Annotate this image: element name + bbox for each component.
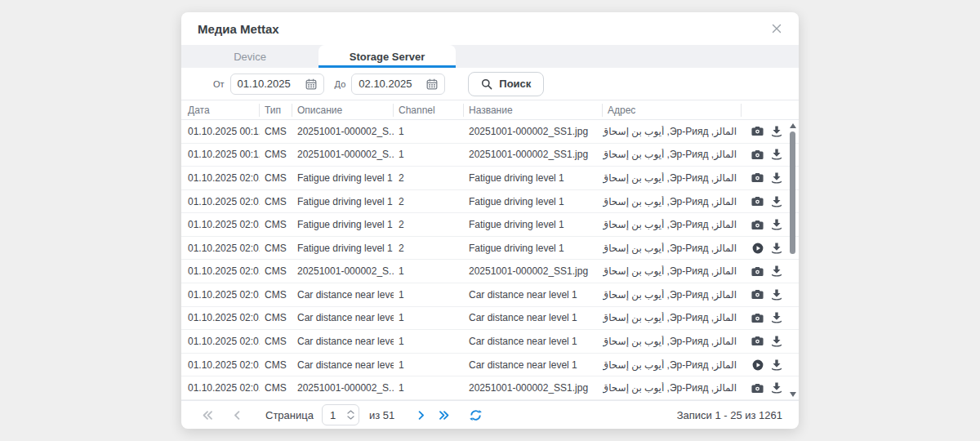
download-icon[interactable] <box>771 382 782 394</box>
cell-address: المالز, Эр-Рияд, أيوب بن إسحاق, ة... <box>603 219 742 230</box>
tab-storage-server[interactable]: Storage Server <box>318 45 456 68</box>
column-header-description[interactable]: Описание <box>292 104 394 117</box>
download-icon[interactable] <box>771 336 782 347</box>
download-icon[interactable] <box>771 149 782 160</box>
scrollbar-down-arrow-icon[interactable] <box>790 392 796 397</box>
cell-channel: 1 <box>394 126 464 137</box>
cell-actions <box>742 219 787 230</box>
refresh-icon[interactable] <box>470 409 482 421</box>
first-page-button[interactable] <box>202 410 213 421</box>
search-button-label: Поиск <box>499 78 531 90</box>
date-to-label: До <box>335 79 346 89</box>
calendar-icon[interactable] <box>426 78 438 90</box>
camera-icon[interactable] <box>751 289 764 300</box>
cell-description: Car distance near level 1 <box>292 312 394 323</box>
download-icon[interactable] <box>771 126 782 137</box>
cell-address: المالز, Эр-Рияд, أيوب بن إسحاق, ة... <box>603 312 742 323</box>
date-from-label: От <box>213 79 225 89</box>
cell-name: Car distance near level 1 <box>464 289 603 301</box>
table-row[interactable]: 01.10.2025 02:0... CMS Fatigue driving l… <box>181 167 799 190</box>
column-header-date[interactable]: Дата <box>181 104 260 117</box>
table-row[interactable]: 01.10.2025 02:0... CMS Car distance near… <box>181 354 799 377</box>
scrollbar-thumb[interactable] <box>790 131 795 254</box>
pagination-bar: Страница 1 из 51 <box>181 400 799 429</box>
column-header-type[interactable]: Тип <box>260 104 292 117</box>
cell-type: CMS <box>260 243 292 254</box>
spinner-down-icon[interactable] <box>347 416 354 420</box>
cell-channel: 1 <box>394 359 464 371</box>
table-row[interactable]: 01.10.2025 00:1... CMS 20251001-000002_S… <box>181 120 799 144</box>
page-count-label: из 51 <box>369 409 394 421</box>
page-background: Медиа Mettax Device Storage Server От 01… <box>0 0 980 441</box>
spinner-up-icon[interactable] <box>347 410 354 414</box>
table-row[interactable]: 01.10.2025 02:0... CMS Fatigue driving l… <box>181 237 799 261</box>
column-header-channel[interactable]: Channel <box>394 104 464 117</box>
cell-channel: 2 <box>394 243 464 254</box>
tab-device[interactable]: Device <box>181 45 318 68</box>
search-icon <box>481 78 492 90</box>
date-from-input[interactable]: 01.10.2025 <box>230 74 324 95</box>
play-icon[interactable] <box>752 243 764 254</box>
next-page-button[interactable] <box>417 410 425 421</box>
cell-channel: 1 <box>394 336 464 347</box>
cell-address: المالز, Эр-Рияд, أيوب بن إسحاق, ة... <box>603 243 742 254</box>
download-icon[interactable] <box>771 312 782 323</box>
download-icon[interactable] <box>771 219 782 230</box>
cell-date: 01.10.2025 02:0... <box>181 265 260 277</box>
camera-icon[interactable] <box>751 313 764 323</box>
cell-actions <box>742 243 787 254</box>
cell-name: Fatigue driving level 1 <box>464 219 603 230</box>
camera-icon[interactable] <box>751 383 764 394</box>
cell-channel: 1 <box>394 382 464 394</box>
cell-address: المالز, Эр-Рияд, أيوب بن إسحاق, ة... <box>603 265 742 277</box>
search-button[interactable]: Поиск <box>468 72 544 96</box>
download-icon[interactable] <box>771 243 782 254</box>
column-header-address[interactable]: Адрес <box>603 104 742 117</box>
last-page-button[interactable] <box>439 410 450 421</box>
cell-description: Car distance near level 1 <box>292 289 394 301</box>
column-header-name[interactable]: Название <box>464 104 603 117</box>
cell-date: 01.10.2025 02:0... <box>181 336 260 347</box>
cell-name: Car distance near level 1 <box>464 359 603 371</box>
prev-page-button[interactable] <box>233 410 241 421</box>
download-icon[interactable] <box>771 359 782 371</box>
play-icon[interactable] <box>752 359 764 371</box>
date-from-value: 01.10.2025 <box>238 78 291 90</box>
table-row[interactable]: 01.10.2025 02:0... CMS Fatigue driving l… <box>181 213 799 237</box>
camera-icon[interactable] <box>751 149 764 160</box>
cell-date: 01.10.2025 02:0... <box>181 312 260 323</box>
page-number-input[interactable]: 1 <box>322 404 359 425</box>
camera-icon[interactable] <box>751 220 764 230</box>
scrollbar[interactable] <box>789 120 796 400</box>
cell-name: Fatigue driving level 1 <box>464 243 603 254</box>
page-number-value: 1 <box>330 409 336 421</box>
close-icon[interactable] <box>769 21 784 36</box>
page-label: Страница <box>265 409 314 421</box>
column-header-actions <box>742 104 787 117</box>
table-row[interactable]: 01.10.2025 02:0... CMS Car distance near… <box>181 330 799 354</box>
camera-icon[interactable] <box>751 126 764 136</box>
cell-actions <box>742 382 787 394</box>
date-to-input[interactable]: 02.10.2025 <box>351 74 445 95</box>
download-icon[interactable] <box>771 265 782 277</box>
camera-icon[interactable] <box>751 266 764 277</box>
cell-actions <box>742 265 787 277</box>
camera-icon[interactable] <box>751 172 764 183</box>
table-row[interactable]: 01.10.2025 02:0... CMS 20251001-000002_S… <box>181 260 799 283</box>
camera-icon[interactable] <box>751 196 764 207</box>
scrollbar-up-arrow-icon[interactable] <box>790 123 796 128</box>
table-row[interactable]: 01.10.2025 02:0... CMS Fatigue driving l… <box>181 190 799 214</box>
download-icon[interactable] <box>771 172 782 184</box>
cell-address: المالز, Эр-Рияд, أيوب بن إسحاق, ة... <box>603 172 742 184</box>
records-summary: Записи 1 - 25 из 1261 <box>677 409 782 421</box>
table-row[interactable]: 01.10.2025 00:1... CMS 20251001-000002_S… <box>181 144 799 167</box>
cell-name: Fatigue driving level 1 <box>464 196 603 207</box>
download-icon[interactable] <box>771 196 782 207</box>
camera-icon[interactable] <box>751 336 764 346</box>
download-icon[interactable] <box>771 289 782 301</box>
calendar-icon[interactable] <box>305 78 317 90</box>
table-row[interactable]: 01.10.2025 02:0... CMS Car distance near… <box>181 307 799 331</box>
table-row[interactable]: 01.10.2025 02:0... CMS Car distance near… <box>181 283 799 307</box>
cell-description: 20251001-000002_S... <box>292 382 394 394</box>
table-row[interactable]: 01.10.2025 02:0... CMS 20251001-000002_S… <box>181 376 799 400</box>
